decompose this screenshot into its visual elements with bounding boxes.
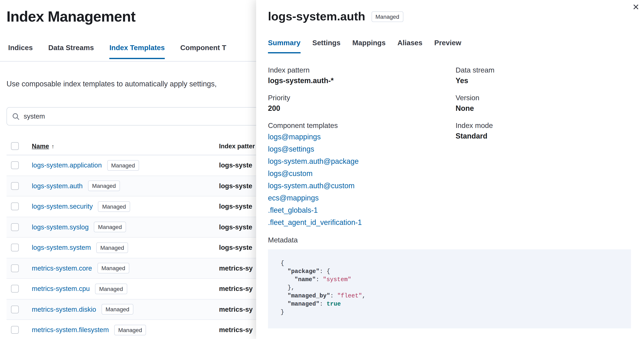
template-name-link[interactable]: logs-system.security <box>32 203 93 210</box>
index-management-page: Index Management Indices Data Streams In… <box>0 0 644 339</box>
summary-metadata: Metadata { "package": { "name": "system"… <box>268 235 448 329</box>
row-checkbox[interactable] <box>11 203 19 210</box>
field-label: Priority <box>268 92 448 103</box>
component-template-link[interactable]: logs-system.auth@custom <box>268 180 448 192</box>
select-all-checkbox[interactable] <box>11 142 19 150</box>
template-name-link[interactable]: logs-system.system <box>32 244 91 252</box>
field-value: logs-system.auth-* <box>268 75 448 86</box>
managed-badge: Managed <box>371 11 403 22</box>
row-checkbox[interactable] <box>11 326 19 334</box>
summary-index-mode: Index mode Standard <box>456 120 619 142</box>
tab-aliases[interactable]: Aliases <box>398 39 422 53</box>
tab-indices[interactable]: Indices <box>8 44 33 59</box>
component-template-links: logs@mappings logs@settings logs-system.… <box>268 131 448 229</box>
managed-badge: Managed <box>95 284 127 294</box>
template-name-link[interactable]: metrics-system.filesystem <box>32 326 109 334</box>
flyout-title: logs-system.auth <box>268 10 365 23</box>
component-template-link[interactable]: logs@mappings <box>268 131 448 143</box>
page-description: Use composable index templates to automa… <box>6 80 217 88</box>
tab-summary[interactable]: Summary <box>268 39 300 53</box>
managed-badge: Managed <box>101 304 133 315</box>
managed-badge: Managed <box>96 242 128 253</box>
page-tabs: Indices Data Streams Index Templates Com… <box>8 44 226 59</box>
component-template-link[interactable]: ecs@mappings <box>268 192 448 204</box>
template-name-link[interactable]: metrics-system.diskio <box>32 306 96 313</box>
tab-data-streams[interactable]: Data Streams <box>48 44 94 59</box>
tab-component-templates[interactable]: Component T <box>180 44 226 59</box>
managed-badge: Managed <box>97 263 129 274</box>
column-header-name-label: Name <box>32 142 49 150</box>
summary-component-templates: Component templates logs@mappings logs@s… <box>268 120 448 229</box>
row-checkbox[interactable] <box>11 162 19 169</box>
search-icon <box>12 113 20 120</box>
row-checkbox[interactable] <box>11 182 19 190</box>
field-label: Component templates <box>268 120 448 131</box>
template-name-link[interactable]: metrics-system.core <box>32 265 92 272</box>
close-icon[interactable]: × <box>632 0 639 14</box>
summary-index-pattern: Index pattern logs-system.auth-* <box>268 65 448 86</box>
row-checkbox[interactable] <box>11 265 19 272</box>
component-template-link[interactable]: logs@settings <box>268 143 448 155</box>
field-label: Metadata <box>268 235 448 245</box>
tab-index-templates[interactable]: Index Templates <box>109 44 165 59</box>
summary-version: Version None <box>456 92 619 114</box>
summary-priority: Priority 200 <box>268 92 448 114</box>
flyout-tabs: Summary Settings Mappings Aliases Previe… <box>268 39 631 53</box>
template-name-link[interactable]: logs-system.syslog <box>32 223 89 231</box>
row-checkbox[interactable] <box>11 244 19 252</box>
template-details-flyout: × logs-system.auth Managed Summary Setti… <box>256 0 644 339</box>
field-value: Standard <box>456 131 619 142</box>
tab-preview[interactable]: Preview <box>434 39 461 53</box>
field-value: Yes <box>456 75 619 86</box>
tab-mappings[interactable]: Mappings <box>352 39 386 53</box>
row-checkbox[interactable] <box>11 306 19 313</box>
field-label: Index mode <box>456 120 619 131</box>
template-name-link[interactable]: metrics-system.cpu <box>32 285 90 293</box>
field-value: 200 <box>268 103 448 114</box>
managed-badge: Managed <box>114 325 146 335</box>
managed-badge: Managed <box>88 181 120 191</box>
component-template-link[interactable]: logs@custom <box>268 167 448 180</box>
field-value: None <box>456 103 619 114</box>
tab-settings[interactable]: Settings <box>312 39 340 53</box>
column-header-name[interactable]: Name ↑ <box>32 142 54 150</box>
template-name-link[interactable]: logs-system.auth <box>32 182 82 190</box>
summary-data-stream: Data stream Yes <box>456 65 619 86</box>
page-title: Index Management <box>6 8 136 25</box>
template-name-link[interactable]: logs-system.application <box>32 162 102 169</box>
sort-ascending-icon: ↑ <box>52 143 54 149</box>
component-template-link[interactable]: .fleet_agent_id_verification-1 <box>268 216 448 229</box>
managed-badge: Managed <box>107 160 139 171</box>
component-template-link[interactable]: .fleet_globals-1 <box>268 204 448 216</box>
field-label: Version <box>456 92 619 103</box>
field-label: Data stream <box>456 65 619 75</box>
managed-badge: Managed <box>98 201 130 212</box>
metadata-code-block: { "package": { "name": "system" }, "mana… <box>268 249 631 329</box>
row-checkbox[interactable] <box>11 223 19 231</box>
field-label: Index pattern <box>268 65 448 75</box>
managed-badge: Managed <box>94 222 126 232</box>
component-template-link[interactable]: logs-system.auth@package <box>268 155 448 167</box>
row-checkbox[interactable] <box>11 285 19 293</box>
